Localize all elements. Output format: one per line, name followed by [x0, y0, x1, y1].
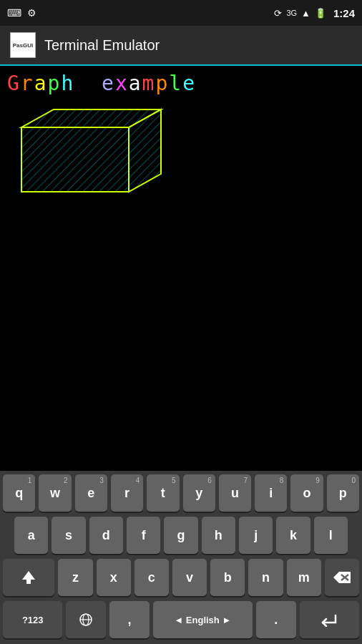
status-bar: ⌨ ⚙ ⟳ 3G ▲ 🔋 1:24 [0, 0, 362, 26]
3d-box-svg [14, 106, 172, 199]
key-x[interactable]: x [97, 559, 131, 596]
title-letter-x: x [115, 72, 129, 95]
title-letter-a: a [34, 72, 48, 95]
key-a[interactable]: a [14, 517, 48, 554]
title-bar: PasGUI Terminal Emulator [0, 26, 362, 66]
key-n[interactable]: n [248, 559, 283, 596]
title-letter-p2: p [155, 72, 169, 95]
svg-marker-4 [22, 571, 35, 584]
key-comma[interactable]: , [109, 601, 150, 638]
screen-rotate-icon: ⟳ [274, 8, 282, 19]
title-letter-e: e [102, 72, 115, 95]
key-o[interactable]: 9o [290, 474, 323, 512]
svg-marker-1 [21, 127, 129, 192]
key-t[interactable]: 5t [147, 474, 179, 512]
key-m[interactable]: m [287, 559, 321, 596]
key-language[interactable]: ◄ English ► [153, 601, 253, 638]
keyboard-row-2: a s d f g h j k l [0, 513, 362, 555]
graph-title: Graph example [7, 72, 355, 96]
title-letter-r: r [21, 72, 34, 95]
key-backspace[interactable] [325, 559, 359, 596]
status-left-icons: ⌨ ⚙ [7, 7, 36, 19]
key-j[interactable]: j [239, 517, 273, 554]
keyboard-row-4: ?123 , ◄ English ► . [0, 597, 362, 644]
key-i[interactable]: 8i [255, 474, 287, 512]
title-letter-G: G [7, 72, 21, 95]
keyboard-icon: ⌨ [7, 7, 21, 19]
key-w[interactable]: 2w [39, 474, 71, 512]
key-f[interactable]: f [127, 517, 160, 554]
keyboard-row-3: z x c v b n m [0, 555, 362, 597]
key-s[interactable]: s [52, 517, 85, 554]
key-shift[interactable] [3, 559, 54, 596]
key-v[interactable]: v [172, 559, 207, 596]
key-c[interactable]: c [134, 559, 169, 596]
key-k[interactable]: k [276, 517, 310, 554]
key-h[interactable]: h [202, 517, 235, 554]
settings-icon: ⚙ [27, 7, 36, 19]
title-letter-e2: e [182, 72, 196, 95]
language-label: ◄ English ► [174, 615, 231, 625]
key-y[interactable]: 6y [183, 474, 215, 512]
svg-marker-5 [333, 572, 351, 583]
keyboard-row-1: 1q 2w 3e 4r 5t 6y 7u 8i 9o 0p [0, 471, 362, 513]
key-l[interactable]: l [314, 517, 348, 554]
key-enter[interactable] [300, 601, 359, 638]
3d-box [14, 106, 355, 202]
network-type: 3G [286, 9, 297, 17]
key-b[interactable]: b [210, 559, 245, 596]
key-period[interactable]: . [256, 601, 296, 638]
title-letter-a2: a [129, 72, 142, 95]
battery-icon: 🔋 [315, 8, 326, 19]
title-letter-p: p [48, 72, 62, 95]
key-r[interactable]: 4r [111, 474, 143, 512]
keyboard: 1q 2w 3e 4r 5t 6y 7u 8i 9o 0p a s d f g … [0, 471, 362, 644]
title-letter-m: m [142, 72, 156, 95]
time-display: 1:24 [333, 7, 355, 19]
key-z[interactable]: z [58, 559, 92, 596]
terminal-area: Graph example [0, 66, 362, 445]
key-globe[interactable] [66, 601, 106, 638]
title-letter-l: l [169, 72, 182, 95]
key-u[interactable]: 7u [219, 474, 251, 512]
key-g[interactable]: g [164, 517, 197, 554]
key-p[interactable]: 0p [327, 474, 359, 512]
title-letter-h: h [61, 72, 74, 95]
key-d[interactable]: d [89, 517, 123, 554]
app-title: Terminal Emulator [44, 37, 160, 54]
app-icon: PasGUI [10, 32, 36, 58]
title-letter-space [74, 72, 102, 95]
key-q[interactable]: 1q [3, 474, 35, 512]
key-symbols[interactable]: ?123 [3, 601, 62, 638]
app-icon-label: PasGUI [13, 42, 33, 49]
signal-icon: ▲ [301, 8, 310, 19]
key-e[interactable]: 3e [75, 474, 107, 512]
